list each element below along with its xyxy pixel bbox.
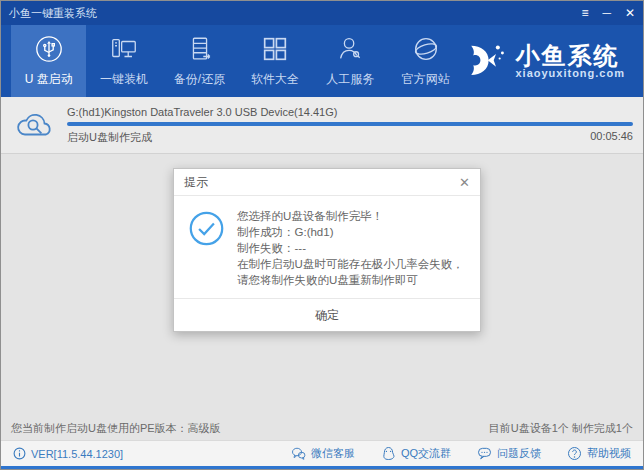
usb-progress-section: G:(hd1)Kingston DataTraveler 3.0 USB Dev…: [1, 97, 643, 154]
cloud-click-icon: [13, 107, 57, 143]
nav-bar: U 盘启动 一键装机 备份/还原: [1, 25, 643, 97]
ok-button[interactable]: 确定: [289, 303, 365, 328]
info-icon: [13, 447, 26, 460]
menu-button[interactable]: ≡: [581, 7, 588, 19]
pe-version-text: 您当前制作启动U盘使用的PE版本：高级版: [11, 421, 221, 436]
tab-label: 软件大全: [251, 71, 299, 88]
window-title: 小鱼一键重装系统: [9, 6, 97, 21]
bottom-accent-line: [1, 466, 643, 469]
version-text: VER[11.5.44.1230]: [31, 448, 123, 460]
brand-name: 小鱼系统: [515, 43, 625, 68]
qq-icon: [381, 446, 396, 461]
footer-link-label: QQ交流群: [401, 446, 451, 461]
tab-one-click-install[interactable]: 一键装机: [86, 25, 161, 97]
tab-backup-restore[interactable]: 备份/还原: [162, 25, 237, 97]
globe-icon: [411, 34, 441, 64]
qq-group-link[interactable]: QQ交流群: [381, 446, 451, 461]
dialog-close-icon[interactable]: ✕: [459, 175, 470, 190]
main-area: 提示 ✕ 您选择的U盘设备制作完毕！ 制作成功：G:(hd1) 制作失败：---…: [1, 154, 643, 440]
usb-device-label: G:(hd1)Kingston DataTraveler 3.0 USB Dev…: [67, 106, 633, 118]
dialog-line: 您选择的U盘设备制作完毕！: [237, 208, 468, 224]
prompt-dialog: 提示 ✕ 您选择的U盘设备制作完毕！ 制作成功：G:(hd1) 制作失败：---…: [173, 168, 481, 332]
titlebar: 小鱼一键重装系统 ≡ ─ ✕: [1, 1, 643, 25]
tab-official-website[interactable]: 官方网站: [388, 25, 463, 97]
progress-bar-fill: [67, 122, 633, 126]
tab-software-collection[interactable]: 软件大全: [237, 25, 312, 97]
close-button[interactable]: ✕: [625, 7, 635, 19]
dialog-line: 制作成功：G:(hd1): [237, 224, 468, 240]
tab-label: U 盘启动: [25, 71, 73, 88]
tab-label: 人工服务: [326, 71, 374, 88]
progress-status: 启动U盘制作完成: [67, 130, 152, 145]
dialog-title: 提示: [184, 174, 208, 191]
footer-link-label: 帮助视频: [587, 446, 631, 461]
feedback-bubble-icon: [477, 446, 492, 461]
check-circle-icon: [188, 210, 225, 247]
device-count-text: 目前U盘设备1个 制作完成1个: [489, 421, 633, 436]
wechat-icon: [291, 446, 306, 461]
elapsed-time: 00:05:46: [590, 130, 633, 145]
usb-icon: [34, 34, 64, 64]
footer-link-label: 问题反馈: [497, 446, 541, 461]
wechat-support-link[interactable]: 微信客服: [291, 446, 355, 461]
app-window: 小鱼一键重装系统 ≡ ─ ✕ U 盘启动: [0, 0, 644, 470]
tab-label: 官方网站: [402, 71, 450, 88]
tab-usb-boot[interactable]: U 盘启动: [11, 25, 86, 97]
person-service-icon: [335, 34, 365, 64]
tab-label: 备份/还原: [174, 71, 225, 88]
dialog-line: 制作失败：---: [237, 240, 468, 256]
help-circle-icon: [567, 446, 582, 461]
computer-icon: [109, 34, 139, 64]
feedback-link[interactable]: 问题反馈: [477, 446, 541, 461]
minimize-button[interactable]: ─: [602, 7, 611, 19]
backup-restore-icon: [185, 34, 215, 64]
dialog-line: 在制作启动U盘时可能存在极小几率会失败，请您将制作失败的U盘重新制作即可: [237, 256, 468, 288]
brand-url: xiaoyuxitong.com: [515, 68, 625, 80]
apps-grid-icon: [260, 34, 290, 64]
version-label[interactable]: VER[11.5.44.1230]: [13, 447, 123, 460]
brand-logo: 小鱼系统 xiaoyuxitong.com: [463, 25, 643, 97]
fish-logo-icon: [463, 42, 507, 80]
tab-label: 一键装机: [100, 71, 148, 88]
tab-manual-service[interactable]: 人工服务: [313, 25, 388, 97]
footer-bar: VER[11.5.44.1230] 微信客服: [1, 440, 643, 466]
help-videos-link[interactable]: 帮助视频: [567, 446, 631, 461]
progress-bar: [67, 122, 633, 126]
footer-link-label: 微信客服: [311, 446, 355, 461]
